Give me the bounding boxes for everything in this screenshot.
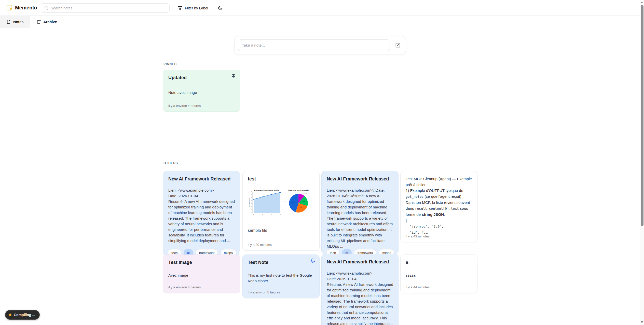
tag-pill: mlops xyxy=(379,249,395,254)
svg-text:Q1: Q1 xyxy=(253,214,254,215)
note-body-bold: string JSON xyxy=(422,212,444,217)
file-icon xyxy=(7,20,11,24)
note-card-test-image[interactable]: Test Image Avec image il y a environ 4 h… xyxy=(163,255,240,293)
archive-icon xyxy=(37,20,41,24)
tab-archive-label: Archive xyxy=(43,20,57,24)
note-body: Avec image xyxy=(168,273,235,278)
note-title: test xyxy=(248,176,314,182)
note-card-ai-framework-2[interactable]: New AI Framework Released Lien: <www.exa… xyxy=(321,171,399,254)
note-card-ai-framework-3[interactable]: New AI Framework Released Lien: <www.exa… xyxy=(321,254,399,325)
svg-text:30: 30 xyxy=(251,203,252,204)
tag-list: tech ai framework mlops gpu xyxy=(326,249,399,254)
svg-text:Q4: Q4 xyxy=(280,214,281,215)
tag-pill: gpu xyxy=(397,249,399,254)
note-body: This is my first note to test the Google… xyxy=(248,273,314,284)
note-composer xyxy=(234,36,406,54)
others-section-label: OTHERS xyxy=(163,161,178,165)
note-body: Note avec image xyxy=(168,90,235,95)
svg-text:60: 60 xyxy=(251,194,252,195)
svg-text:Répartition des Revenus 2024: Répartition des Revenus 2024 xyxy=(288,189,310,191)
note-title: Updated xyxy=(168,75,235,81)
note-timestamp: il y a 20 minutes xyxy=(248,243,272,247)
note-body: Lien: <www.example.com> Date: 2026-01-04… xyxy=(327,271,393,325)
sticky-note-icon xyxy=(6,4,13,11)
search-icon xyxy=(44,6,48,10)
svg-text:50: 50 xyxy=(251,197,252,198)
note-card-a[interactable]: a szsza il y a 44 minutes xyxy=(400,255,477,293)
svg-text:20: 20 xyxy=(251,206,252,207)
filter-by-label-button[interactable]: Filter by Label xyxy=(175,3,211,13)
note-timestamp: il y a 43 minutes xyxy=(406,234,430,238)
tag-pill: ai xyxy=(342,249,352,254)
note-title: New AI Framework Released xyxy=(168,176,235,182)
note-timestamp: il y a 44 minutes xyxy=(406,285,430,289)
note-title: Test Image xyxy=(168,259,235,265)
note-attachment-image: Croissance Trimestrielle du CA (M€) 0 10… xyxy=(248,186,316,219)
memento-app: Memento Filter by Label xyxy=(0,0,644,325)
svg-text:19.0%: 19.0% xyxy=(302,201,305,202)
pie-chart-revenus: Répartition des Revenus 2024 45.6% 25.0%… xyxy=(282,186,316,219)
svg-text:Croissance Trimestrielle du CA: Croissance Trimestrielle du CA (M€) xyxy=(254,189,279,191)
svg-text:40: 40 xyxy=(251,200,252,201)
square-check-icon xyxy=(395,43,401,48)
vertical-scrollbar[interactable] xyxy=(640,0,644,325)
note-timestamp: il y a environ 5 heures xyxy=(248,290,280,294)
pin-icon[interactable] xyxy=(231,74,236,79)
note-body: szsza xyxy=(406,273,472,278)
svg-text:0: 0 xyxy=(251,213,252,214)
new-checklist-button[interactable] xyxy=(393,41,402,50)
app-logo: Memento xyxy=(6,4,37,11)
note-title: New AI Framework Released xyxy=(327,259,393,265)
note-body-code: result.content[0].text xyxy=(415,207,459,210)
search-input[interactable] xyxy=(51,6,166,10)
note-body: Lien: <www.example.com> Date: 2026-01-04… xyxy=(168,188,235,244)
note-card-updated[interactable]: Updated Note avec image il y a environ 4… xyxy=(163,70,240,112)
note-card-test[interactable]: test Croissance Trimestrielle du CA (M€)… xyxy=(242,171,320,251)
tab-notes[interactable]: Notes xyxy=(0,16,30,28)
note-card-mcp-cleanup[interactable]: Test MCP Cleanup (Agent) — Exemple prêt … xyxy=(400,171,477,242)
tag-pill: gpu xyxy=(239,249,240,256)
scroll-down-arrow-icon[interactable] xyxy=(641,321,643,323)
svg-text:10.4%: 10.4% xyxy=(299,197,302,199)
note-body: Lien: <www.example.com>\nDate: 2026-01-0… xyxy=(327,188,393,249)
svg-text:Chiffre d'affaires (M€): Chiffre d'affaires (M€) xyxy=(249,198,250,207)
app-header: Memento Filter by Label xyxy=(0,0,644,16)
note-body-code: "jsonrpc": "2.0", "id": 4,… xyxy=(406,224,444,234)
scroll-up-arrow-icon[interactable] xyxy=(641,2,643,3)
tabs-bar: Notes Archive xyxy=(0,16,644,28)
svg-text:Licences: Licences xyxy=(309,199,313,201)
moon-icon xyxy=(218,6,223,10)
compiling-status-badge[interactable]: Compiling ... xyxy=(5,310,40,320)
svg-text:45.6%: 45.6% xyxy=(292,202,294,203)
note-body-code: get_notes xyxy=(406,195,423,199)
funnel-icon xyxy=(178,6,182,10)
note-title: a xyxy=(406,259,472,265)
svg-text:Consulting: Consulting xyxy=(302,192,307,194)
note-body: sample file xyxy=(248,228,314,233)
search-box xyxy=(41,3,170,13)
note-timestamp: il y a environ 4 heures xyxy=(168,104,201,108)
svg-text:25.0%: 25.0% xyxy=(299,207,302,208)
pinned-section-label: PINNED xyxy=(163,62,177,66)
scrollbar-thumb[interactable] xyxy=(641,5,643,226)
tab-archive[interactable]: Archive xyxy=(30,16,63,28)
take-a-note-input[interactable] xyxy=(238,39,390,51)
tab-notes-label: Notes xyxy=(13,20,23,24)
tag-pill: tech xyxy=(326,249,340,254)
filter-by-label-text: Filter by Label xyxy=(185,6,208,10)
status-dot-icon xyxy=(9,314,11,316)
svg-text:Services: Services xyxy=(303,212,307,214)
page-title: Memento xyxy=(15,5,37,11)
note-card-test-note[interactable]: Test Note This is my first note to test … xyxy=(242,255,320,298)
svg-text:Produits: Produits xyxy=(284,201,288,203)
theme-toggle-button[interactable] xyxy=(215,3,225,13)
note-body-text: Test MCP Cleanup (Agent) — Exemple prêt … xyxy=(406,177,473,193)
tag-pill: framework xyxy=(354,249,377,254)
svg-text:Q2: Q2 xyxy=(262,214,263,215)
area-chart-croissance: Croissance Trimestrielle du CA (M€) 0 10… xyxy=(248,186,282,219)
svg-text:10: 10 xyxy=(251,209,252,210)
note-card-ai-framework-1[interactable]: New AI Framework Released Lien: <www.exa… xyxy=(163,171,240,256)
note-title: New AI Framework Released xyxy=(327,176,393,182)
svg-text:Q3: Q3 xyxy=(271,214,272,215)
bell-icon[interactable] xyxy=(310,258,315,264)
